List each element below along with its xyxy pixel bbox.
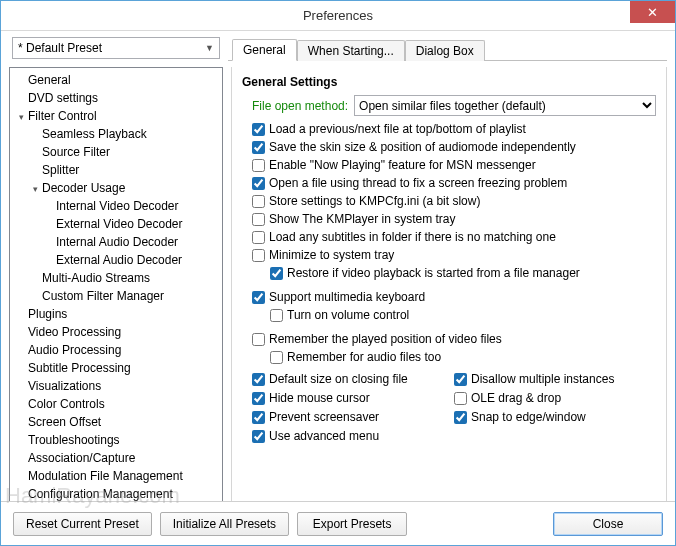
export-presets-button[interactable]: Export Presets	[297, 512, 407, 536]
tree-node-general[interactable]: General	[28, 73, 71, 87]
checkbox-label-remember-pos: Remember the played position of video fi…	[269, 330, 502, 348]
checkbox-label-now-playing: Enable "Now Playing" feature for MSN mes…	[269, 156, 536, 174]
checkbox-prevent-ss[interactable]	[252, 411, 265, 424]
close-icon: ✕	[647, 5, 658, 20]
preset-selected: * Default Preset	[18, 41, 102, 55]
chevron-down-icon: ▼	[205, 43, 214, 53]
checkbox-label-turn-on-volume: Turn on volume control	[287, 306, 409, 324]
tree-node-seamless-playback[interactable]: Seamless Playback	[42, 127, 147, 141]
checkbox-default-size[interactable]	[252, 373, 265, 386]
checkbox-label-ole-drag: OLE drag & drop	[471, 389, 561, 408]
tree-node-multi-audio-streams[interactable]: Multi-Audio Streams	[42, 271, 150, 285]
tree-node-filter-control[interactable]: Filter Control	[28, 109, 97, 123]
tree-node-audio-processing[interactable]: Audio Processing	[28, 343, 121, 357]
tree-node-visualizations[interactable]: Visualizations	[28, 379, 101, 393]
triangle-down-icon[interactable]: ▾	[16, 109, 26, 126]
checkbox-advanced-menu[interactable]	[252, 430, 265, 443]
tree-node-custom-filter-manager[interactable]: Custom Filter Manager	[42, 289, 164, 303]
general-settings-panel: General Settings File open method: Open …	[231, 67, 667, 507]
checkbox-remember-audio[interactable]	[270, 351, 283, 364]
tree-node-internal-audio-decoder[interactable]: Internal Audio Decoder	[56, 235, 178, 249]
window-title: Preferences	[303, 8, 373, 23]
checkbox-save-skin[interactable]	[252, 141, 265, 154]
tree-node-plugins[interactable]: Plugins	[28, 307, 67, 321]
checkbox-store-cfg[interactable]	[252, 195, 265, 208]
window-close-button[interactable]: ✕	[630, 1, 675, 23]
checkbox-load-subs[interactable]	[252, 231, 265, 244]
checkbox-snap-edge[interactable]	[454, 411, 467, 424]
tree-node-dvd-settings[interactable]: DVD settings	[28, 91, 98, 105]
checkbox-label-thread-open: Open a file using thread to fix a screen…	[269, 174, 567, 192]
tree-node-internal-video-decoder[interactable]: Internal Video Decoder	[56, 199, 179, 213]
checkbox-minimize-tray[interactable]	[252, 249, 265, 262]
tree-node-color-controls[interactable]: Color Controls	[28, 397, 105, 411]
tab-bar: GeneralWhen Starting...Dialog Box	[228, 37, 667, 61]
checkbox-label-load-prev-next: Load a previous/next file at top/bottom …	[269, 120, 526, 138]
checkbox-label-remember-audio: Remember for audio files too	[287, 348, 441, 366]
tree-node-external-audio-decoder[interactable]: External Audio Decoder	[56, 253, 182, 267]
tree-node-splitter[interactable]: Splitter	[42, 163, 79, 177]
checkbox-label-hide-cursor: Hide mouse cursor	[269, 389, 370, 408]
checkbox-label-disallow-multi: Disallow multiple instances	[471, 370, 614, 389]
checkbox-label-snap-edge: Snap to edge/window	[471, 408, 586, 427]
tree-node-video-processing[interactable]: Video Processing	[28, 325, 121, 339]
footer-bar: Reset Current Preset Initialize All Pres…	[1, 501, 675, 545]
checkbox-label-advanced-menu: Use advanced menu	[269, 427, 379, 446]
checkbox-label-load-subs: Load any subtitles in folder if there is…	[269, 228, 556, 246]
checkbox-label-default-size: Default size on closing file	[269, 370, 408, 389]
tree-node-external-video-decoder[interactable]: External Video Decoder	[56, 217, 183, 231]
checkbox-disallow-multi[interactable]	[454, 373, 467, 386]
tree-node-troubleshootings[interactable]: Troubleshootings	[28, 433, 120, 447]
tree-node-association-capture[interactable]: Association/Capture	[28, 451, 135, 465]
close-button[interactable]: Close	[553, 512, 663, 536]
checkbox-label-prevent-ss: Prevent screensaver	[269, 408, 379, 427]
checkbox-label-store-cfg: Store settings to KMPCfg.ini (a bit slow…	[269, 192, 480, 210]
triangle-down-icon[interactable]: ▾	[30, 181, 40, 198]
category-tree[interactable]: ▸General▸DVD settings▾Filter Control·Sea…	[9, 67, 223, 507]
checkbox-load-prev-next[interactable]	[252, 123, 265, 136]
initialize-all-presets-button[interactable]: Initialize All Presets	[160, 512, 289, 536]
file-open-method-label: File open method:	[252, 99, 348, 113]
checkbox-ole-drag[interactable]	[454, 392, 467, 405]
tree-node-screen-offset[interactable]: Screen Offset	[28, 415, 101, 429]
checkbox-restore-fm[interactable]	[270, 267, 283, 280]
tree-node-modulation-file-management[interactable]: Modulation File Management	[28, 469, 183, 483]
tree-node-decoder-usage[interactable]: Decoder Usage	[42, 181, 125, 195]
reset-current-preset-button[interactable]: Reset Current Preset	[13, 512, 152, 536]
tab-general[interactable]: General	[232, 39, 297, 61]
tree-node-source-filter[interactable]: Source Filter	[42, 145, 110, 159]
checkbox-label-mm-keyboard: Support multimedia keyboard	[269, 288, 425, 306]
title-bar: Preferences ✕	[1, 1, 675, 31]
tree-node-subtitle-processing[interactable]: Subtitle Processing	[28, 361, 131, 375]
checkbox-system-tray[interactable]	[252, 213, 265, 226]
checkbox-label-minimize-tray: Minimize to system tray	[269, 246, 394, 264]
checkbox-turn-on-volume[interactable]	[270, 309, 283, 322]
tab-when-starting[interactable]: When Starting...	[297, 40, 405, 61]
file-open-method-select[interactable]: Open similar files together (default)	[354, 95, 656, 116]
checkbox-hide-cursor[interactable]	[252, 392, 265, 405]
checkbox-thread-open[interactable]	[252, 177, 265, 190]
checkbox-label-restore-fm: Restore if video playback is started fro…	[287, 264, 580, 282]
panel-heading: General Settings	[242, 75, 656, 89]
preset-dropdown[interactable]: * Default Preset ▼	[12, 37, 220, 59]
tree-node-configuration-management[interactable]: Configuration Management	[28, 487, 173, 501]
tab-dialog-box[interactable]: Dialog Box	[405, 40, 485, 61]
checkbox-mm-keyboard[interactable]	[252, 291, 265, 304]
checkbox-remember-pos[interactable]	[252, 333, 265, 346]
checkbox-label-save-skin: Save the skin size & position of audiomo…	[269, 138, 576, 156]
checkbox-now-playing[interactable]	[252, 159, 265, 172]
checkbox-label-system-tray: Show The KMPlayer in system tray	[269, 210, 456, 228]
